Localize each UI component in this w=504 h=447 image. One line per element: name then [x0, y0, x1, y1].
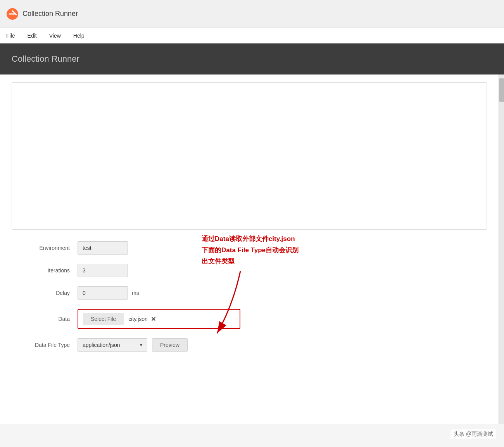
title-bar-text: Collection Runner — [22, 10, 78, 18]
preview-button[interactable]: Preview — [152, 338, 188, 352]
file-name-display: city.json ✕ — [128, 315, 156, 323]
watermark: 头条 @雨滴测试 — [450, 429, 496, 439]
annotation-text: 通过Data读取外部文件city.json 下面的Data File Type自… — [202, 234, 326, 267]
iterations-label: Iterations — [16, 267, 78, 274]
environment-label: Environment — [16, 245, 78, 251]
select-file-button[interactable]: Select File — [83, 313, 124, 325]
menu-file[interactable]: File — [4, 31, 17, 40]
annotation-box: 通过Data读取外部文件city.json 下面的Data File Type自… — [202, 234, 326, 345]
scrollbar-thumb[interactable] — [499, 78, 504, 102]
delay-unit: ms — [132, 290, 139, 296]
menu-view[interactable]: View — [47, 31, 63, 40]
app-header: Collection Runner — [0, 43, 504, 74]
data-file-type-select[interactable]: application/json text/csv — [78, 338, 147, 352]
scrollbar[interactable] — [499, 74, 504, 424]
data-label: Data — [16, 316, 78, 322]
delay-input[interactable] — [78, 286, 128, 300]
file-name-text: city.json — [128, 316, 148, 322]
collection-list-box — [12, 82, 487, 230]
menu-bar: File Edit View Help — [0, 28, 504, 43]
environment-input[interactable] — [78, 241, 128, 255]
menu-help[interactable]: Help — [71, 31, 87, 40]
data-file-type-select-wrapper[interactable]: application/json text/csv ▼ — [78, 338, 147, 352]
app-header-title: Collection Runner — [12, 54, 79, 64]
annotation-arrow-icon — [202, 267, 271, 345]
delay-label: Delay — [16, 290, 78, 296]
iterations-input[interactable] — [78, 264, 128, 277]
data-file-type-label: Data File Type — [16, 342, 78, 348]
menu-edit[interactable]: Edit — [25, 31, 39, 40]
close-file-button[interactable]: ✕ — [151, 315, 156, 323]
postman-logo-icon — [6, 8, 19, 20]
title-bar: Collection Runner — [0, 0, 504, 28]
